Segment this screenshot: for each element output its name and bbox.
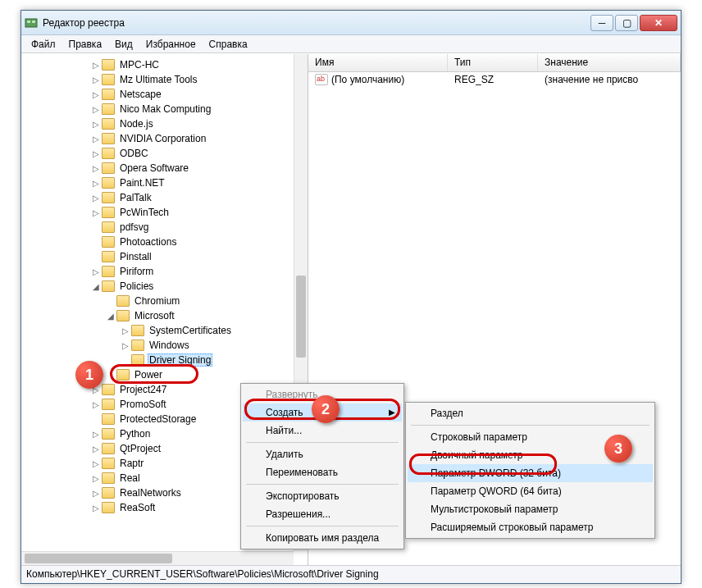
- context-item[interactable]: Копировать имя раздела: [243, 529, 402, 547]
- expander-icon[interactable]: ▷: [90, 430, 102, 439]
- tree-label[interactable]: Opera Software: [118, 162, 190, 175]
- context-item[interactable]: Расширяемый строковый параметр: [408, 518, 653, 536]
- context-item[interactable]: Разрешения...: [243, 505, 402, 523]
- expander-icon[interactable]: ▷: [90, 120, 102, 129]
- tree-node[interactable]: ▷PalTalk: [21, 190, 294, 205]
- tree-node[interactable]: pdfsvg: [21, 220, 294, 235]
- context-item[interactable]: Найти...: [243, 422, 402, 440]
- tree-node[interactable]: Photoactions: [21, 235, 294, 249]
- tree-node[interactable]: ◢Policies: [21, 279, 294, 294]
- tree-label[interactable]: ReaSoft: [118, 501, 157, 514]
- tree-label[interactable]: ProtectedStorage: [118, 413, 198, 426]
- tree-hscrollbar[interactable]: [21, 551, 294, 565]
- close-button[interactable]: ✕: [640, 15, 677, 31]
- context-item[interactable]: Строковый параметр: [408, 428, 653, 446]
- tree-label[interactable]: Power: [133, 368, 164, 381]
- tree-node[interactable]: Chromium: [21, 294, 294, 308]
- tree-label[interactable]: Netscape: [118, 88, 163, 101]
- expander-icon[interactable]: ▷: [90, 61, 102, 70]
- tree-label[interactable]: Windows: [148, 339, 191, 352]
- tree-label[interactable]: Pinstall: [118, 250, 153, 263]
- tree-label[interactable]: Photoactions: [118, 235, 178, 248]
- tree-label[interactable]: Project247: [118, 383, 168, 396]
- list-col-value[interactable]: Значение: [538, 54, 681, 71]
- context-item[interactable]: Раздел: [408, 404, 653, 422]
- expander-icon[interactable]: ▷: [90, 459, 102, 468]
- tree-label[interactable]: Piriform: [118, 265, 155, 278]
- tree-node[interactable]: ▷Mz Ultimate Tools: [21, 72, 294, 87]
- tree-label[interactable]: MPC-HC: [118, 58, 161, 71]
- tree-label[interactable]: pdfsvg: [118, 221, 150, 234]
- expander-icon[interactable]: ▷: [90, 90, 102, 99]
- tree-label[interactable]: QtProject: [118, 442, 162, 455]
- expander-icon[interactable]: ▷: [90, 504, 102, 513]
- context-item[interactable]: Экспортировать: [243, 487, 402, 505]
- expander-icon[interactable]: ◢: [105, 312, 116, 321]
- tree-node[interactable]: ▷Piriform: [21, 264, 294, 279]
- expander-icon[interactable]: ▷: [120, 341, 131, 350]
- tree-node[interactable]: Pinstall: [21, 249, 294, 264]
- tree-label[interactable]: Chromium: [133, 294, 181, 308]
- tree-label[interactable]: Python: [118, 427, 152, 440]
- tree-vscroll-thumb[interactable]: [296, 276, 306, 358]
- expander-icon[interactable]: ▷: [90, 489, 102, 498]
- expander-icon[interactable]: ▷: [90, 179, 102, 188]
- tree-label[interactable]: Microsoft: [133, 309, 176, 322]
- tree-node[interactable]: ▷Windows: [21, 338, 294, 353]
- tree-node[interactable]: ◢Microsoft: [21, 308, 294, 323]
- expander-icon[interactable]: ▷: [90, 400, 102, 409]
- tree-label[interactable]: PcWinTech: [118, 206, 171, 219]
- tree-label[interactable]: Mz Ultimate Tools: [118, 73, 198, 86]
- context-item[interactable]: Удалить: [243, 445, 402, 463]
- tree-node[interactable]: ▷SystemCertificates: [21, 323, 294, 338]
- menu-view[interactable]: Вид: [110, 37, 138, 52]
- list-col-type[interactable]: Тип: [448, 54, 538, 71]
- context-item[interactable]: Параметр QWORD (64 бита): [408, 482, 653, 500]
- maximize-button[interactable]: ▢: [615, 15, 638, 31]
- expander-icon[interactable]: ▷: [90, 134, 102, 144]
- menu-edit[interactable]: Правка: [64, 37, 107, 52]
- tree-node[interactable]: ▷Nico Mak Computing: [21, 102, 294, 116]
- tree-node[interactable]: ▷ODBC: [21, 146, 294, 161]
- list-col-name[interactable]: Имя: [308, 54, 448, 71]
- tree-node[interactable]: Driver Signing: [21, 353, 294, 367]
- expander-icon[interactable]: ▷: [90, 385, 102, 394]
- tree-label[interactable]: PromoSoft: [118, 398, 168, 411]
- list-row[interactable]: (По умолчанию) REG_SZ (значение не присв…: [308, 72, 681, 87]
- menu-file[interactable]: Файл: [26, 37, 61, 52]
- expander-icon[interactable]: ▷: [90, 194, 102, 203]
- expander-icon[interactable]: ▷: [90, 267, 102, 276]
- tree-node[interactable]: ▷Paint.NET: [21, 175, 294, 190]
- expander-icon[interactable]: ▷: [90, 164, 102, 173]
- expander-icon[interactable]: ◢: [90, 282, 102, 291]
- tree-label[interactable]: Driver Signing: [148, 353, 212, 367]
- expander-icon[interactable]: ▷: [90, 149, 102, 158]
- tree-label[interactable]: NVIDIA Corporation: [118, 132, 207, 145]
- titlebar[interactable]: Редактор реестра ─ ▢ ✕: [21, 11, 681, 35]
- minimize-button[interactable]: ─: [590, 15, 613, 31]
- context-item[interactable]: Переименовать: [243, 463, 402, 481]
- tree-label[interactable]: Node.js: [118, 117, 155, 130]
- menu-help[interactable]: Справка: [204, 37, 253, 52]
- tree-label[interactable]: RealNetworks: [118, 486, 183, 499]
- context-item[interactable]: Параметр DWORD (32 бита): [408, 464, 653, 482]
- tree-label[interactable]: Paint.NET: [118, 176, 166, 189]
- expander-icon[interactable]: ▷: [120, 326, 131, 335]
- tree-node[interactable]: ▷Netscape: [21, 87, 294, 102]
- context-item[interactable]: Двоичный параметр: [408, 446, 653, 464]
- tree-label[interactable]: Real: [118, 472, 142, 485]
- tree-label[interactable]: Nico Mak Computing: [118, 103, 212, 116]
- expander-icon[interactable]: ▷: [90, 208, 102, 217]
- tree-node[interactable]: ▷Opera Software: [21, 161, 294, 175]
- expander-icon[interactable]: ▷: [90, 75, 102, 84]
- expander-icon[interactable]: ▷: [90, 105, 102, 114]
- tree-label[interactable]: ODBC: [118, 147, 150, 160]
- tree-node[interactable]: ▷MPC-HC: [21, 57, 294, 72]
- tree-label[interactable]: SystemCertificates: [148, 324, 233, 337]
- tree-node[interactable]: ▷Node.js: [21, 116, 294, 131]
- menu-favorites[interactable]: Избранное: [141, 37, 201, 52]
- tree-hscroll-thumb[interactable]: [25, 554, 172, 563]
- context-item[interactable]: Мультистроковый параметр: [408, 500, 653, 518]
- tree-label[interactable]: PalTalk: [118, 191, 153, 204]
- tree-node[interactable]: Power: [21, 367, 294, 382]
